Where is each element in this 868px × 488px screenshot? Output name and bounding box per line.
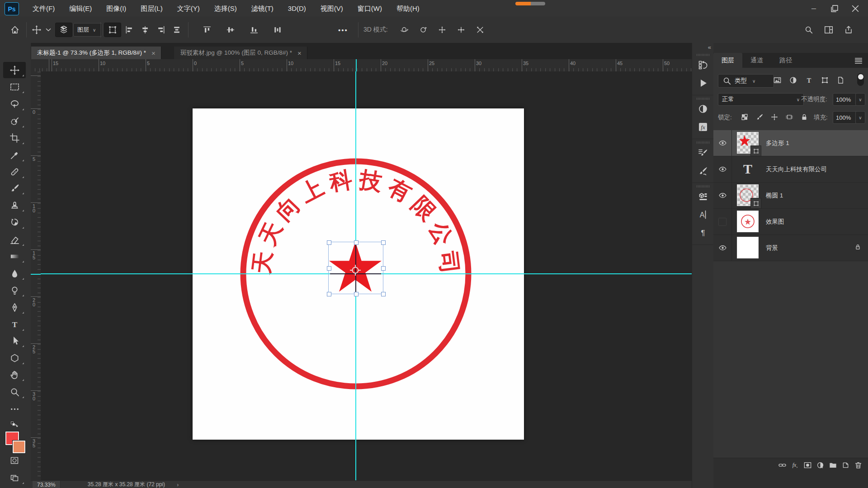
panel-tab-layers[interactable]: 图层 (713, 53, 742, 68)
transform-handle[interactable] (381, 240, 386, 245)
healing-brush-tool[interactable] (3, 164, 26, 180)
lock-transparent-button[interactable] (739, 111, 750, 123)
panel-tab-channels[interactable]: 通道 (742, 53, 771, 68)
canvas-viewport[interactable]: 天天向上科技有限公司 (41, 71, 692, 480)
zoom-tool[interactable] (3, 384, 26, 400)
3d-pan-button[interactable] (438, 25, 447, 34)
workspace-button[interactable] (824, 25, 834, 35)
preset-chevron[interactable] (43, 25, 53, 35)
menu-item-4[interactable]: 图层(L) (134, 0, 169, 17)
filter-shape-button[interactable] (819, 74, 830, 86)
close-tab-icon[interactable]: × (151, 49, 156, 57)
add-mask-button[interactable] (803, 461, 812, 469)
3d-roll-button[interactable] (419, 25, 428, 34)
layer-name[interactable]: 椭圆 1 (766, 183, 783, 208)
screen-mode-button[interactable] (3, 469, 26, 486)
dock-grip[interactable] (697, 185, 709, 188)
transform-handle[interactable] (354, 292, 359, 296)
type-tool[interactable]: T (3, 316, 26, 333)
close-button[interactable] (846, 2, 864, 15)
transform-handle[interactable] (327, 240, 331, 245)
menu-item-9[interactable]: 视图(V) (314, 0, 349, 17)
dock-panel-character[interactable]: A (696, 207, 710, 222)
menu-item-5[interactable]: 文字(Y) (171, 0, 206, 17)
transform-handle[interactable] (381, 266, 386, 271)
menu-item-1[interactable]: 文件(F) (26, 0, 61, 17)
dock-grip[interactable] (697, 54, 709, 56)
transform-handle[interactable] (327, 292, 331, 296)
background-color-swatch[interactable] (13, 441, 25, 453)
layer-visibility-toggle[interactable] (713, 183, 732, 208)
crop-tool[interactable] (3, 130, 26, 146)
align-center-h-button[interactable] (141, 25, 150, 34)
zoom-level-field[interactable]: 73.33% (33, 481, 61, 488)
menu-item-6[interactable]: 选择(S) (208, 0, 243, 17)
filter-pixel-button[interactable] (771, 74, 783, 86)
dock-panel-brushes[interactable] (696, 164, 710, 178)
new-layer-button[interactable] (841, 461, 850, 469)
dock-collapse-button[interactable]: « (708, 44, 710, 51)
lock-pixel-button[interactable] (754, 111, 765, 123)
layer-name[interactable]: 效果图 (766, 209, 784, 235)
fill-chevron[interactable]: ∨ (855, 111, 865, 124)
brush-tool[interactable] (3, 180, 26, 196)
blur-tool[interactable] (3, 265, 26, 282)
show-transform-controls-toggle[interactable] (104, 23, 121, 37)
blend-mode-dropdown[interactable]: 正常 ∨ (718, 93, 804, 106)
layer-row-3[interactable]: 椭圆 1 (713, 183, 868, 209)
close-tab-icon[interactable]: × (297, 49, 302, 57)
share-button[interactable] (844, 25, 854, 35)
path-select-tool[interactable] (3, 333, 26, 349)
vector-mask-badge[interactable] (750, 198, 761, 209)
dock-panel-paragraph[interactable]: ¶ (696, 225, 710, 240)
dock-grip[interactable] (697, 141, 709, 144)
menu-item-8[interactable]: 3D(D) (282, 0, 312, 17)
transform-handle[interactable] (381, 292, 386, 296)
layer-style-button[interactable]: fx (791, 461, 799, 469)
eraser-tool[interactable] (3, 231, 26, 248)
filter-smart-button[interactable] (835, 74, 846, 86)
dock-panel-actions[interactable] (696, 76, 710, 90)
vector-mask-badge[interactable] (750, 145, 761, 156)
dock-grip[interactable] (697, 98, 709, 100)
new-adjustment-button[interactable] (816, 461, 825, 469)
dock-panel-adjustments[interactable] (696, 102, 710, 116)
pen-tool[interactable] (3, 299, 26, 315)
home-button[interactable] (10, 25, 20, 35)
layer-row-4[interactable]: 效果图 (713, 209, 868, 235)
marquee-tool[interactable] (3, 79, 26, 95)
swap-colors-button[interactable] (3, 417, 26, 433)
layer-filter-type-dropdown[interactable]: 类型 ∨ (718, 74, 774, 88)
dock-panel-brush-settings[interactable] (696, 145, 710, 160)
menu-item-10[interactable]: 窗口(W) (351, 0, 388, 17)
auto-select-toggle[interactable] (55, 23, 72, 37)
lock-all-button[interactable] (798, 111, 810, 123)
dock-panel-history[interactable] (696, 58, 710, 72)
layer-thumbnail[interactable] (737, 184, 759, 206)
filter-adjustment-button[interactable] (787, 74, 799, 86)
lock-position-button[interactable] (769, 111, 780, 123)
reference-point-icon[interactable] (349, 264, 362, 277)
layer-thumbnail[interactable] (737, 237, 759, 258)
layer-thumbnail[interactable]: T (737, 158, 759, 180)
shape-tool[interactable] (3, 350, 26, 366)
gradient-tool[interactable] (3, 248, 26, 264)
minimize-button[interactable]: ─ (805, 2, 823, 15)
distribute-v-button[interactable] (172, 25, 181, 34)
transform-handle[interactable] (354, 240, 359, 245)
dodge-tool[interactable] (3, 282, 26, 298)
clone-stamp-tool[interactable] (3, 197, 26, 213)
layer-filter-switch[interactable] (857, 73, 864, 86)
layer-visibility-toggle[interactable] (713, 156, 732, 182)
layer-name[interactable]: 背景 (766, 235, 778, 261)
document-tab-2[interactable]: 斑驳素材.jpg @ 100% (图层 0, RGB/8#) * × (174, 47, 307, 59)
quick-select-tool[interactable] (3, 113, 26, 129)
menu-item-11[interactable]: 帮助(H) (390, 0, 426, 17)
auto-select-target-dropdown[interactable]: 图层 ∨ (73, 23, 102, 37)
align-right-button[interactable] (156, 25, 165, 34)
align-top-button[interactable] (203, 25, 212, 34)
opacity-chevron[interactable]: ∨ (855, 93, 865, 106)
edit-toolbar[interactable] (3, 401, 26, 417)
menu-item-3[interactable]: 图像(I) (100, 0, 132, 17)
hand-tool[interactable] (3, 366, 26, 383)
